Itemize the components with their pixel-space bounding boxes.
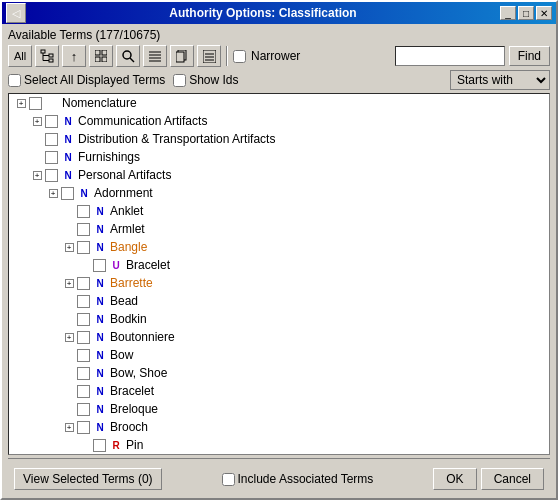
item-checkbox[interactable]: [93, 439, 106, 452]
maximize-button[interactable]: □: [518, 6, 534, 20]
tree-row[interactable]: NArmlet: [9, 220, 549, 238]
tree-row[interactable]: NBodkin: [9, 310, 549, 328]
tree-row[interactable]: NBow, Shoe: [9, 364, 549, 382]
show-ids-label[interactable]: Show Ids: [173, 73, 238, 87]
tree-row[interactable]: RPin: [9, 436, 549, 454]
main-window: ◁ Authority Options: Classification _ □ …: [0, 0, 558, 500]
item-checkbox[interactable]: [45, 151, 58, 164]
ok-button[interactable]: OK: [433, 468, 476, 490]
cancel-button[interactable]: Cancel: [481, 468, 544, 490]
item-checkbox[interactable]: [77, 367, 90, 380]
item-checkbox[interactable]: [77, 421, 90, 434]
grid-button[interactable]: [89, 45, 113, 67]
expander-icon[interactable]: +: [29, 167, 45, 183]
expander-spacer: [29, 131, 45, 147]
tree-row[interactable]: +Nomenclature: [9, 94, 549, 112]
tree-row[interactable]: NBead: [9, 292, 549, 310]
tree-row[interactable]: +NBrooch: [9, 418, 549, 436]
list-button[interactable]: [143, 45, 167, 67]
item-checkbox[interactable]: [77, 349, 90, 362]
copy-button[interactable]: [170, 45, 194, 67]
find-button[interactable]: Find: [509, 46, 550, 66]
title-bar: ◁ Authority Options: Classification _ □ …: [2, 2, 556, 24]
tree-row[interactable]: +NCommunication Artifacts: [9, 112, 549, 130]
item-checkbox[interactable]: [45, 133, 58, 146]
item-checkbox[interactable]: [93, 259, 106, 272]
item-checkbox[interactable]: [77, 241, 90, 254]
close-button[interactable]: ✕: [536, 6, 552, 20]
search-button[interactable]: [116, 45, 140, 67]
item-checkbox[interactable]: [61, 187, 74, 200]
item-badge: N: [93, 240, 107, 254]
all-button[interactable]: All: [8, 45, 32, 67]
expander-icon[interactable]: +: [61, 275, 77, 291]
item-label: Barrette: [110, 276, 153, 290]
item-label: Furnishings: [78, 150, 140, 164]
item-badge: U: [109, 258, 123, 272]
item-checkbox[interactable]: [77, 331, 90, 344]
expander-icon[interactable]: +: [61, 419, 77, 435]
tree-row[interactable]: NFurnishings: [9, 148, 549, 166]
include-associated-label[interactable]: Include Associated Terms: [222, 472, 374, 486]
item-label: Anklet: [110, 204, 143, 218]
item-badge: N: [61, 114, 75, 128]
item-badge: N: [93, 348, 107, 362]
item-badge: N: [93, 384, 107, 398]
tree-row[interactable]: UBracelet: [9, 256, 549, 274]
select-all-label[interactable]: Select All Displayed Terms: [8, 73, 165, 87]
item-badge: N: [93, 402, 107, 416]
tree-row[interactable]: +NBarrette: [9, 274, 549, 292]
expander-icon[interactable]: +: [45, 185, 61, 201]
item-label: Bow, Shoe: [110, 366, 167, 380]
view-selected-button[interactable]: View Selected Terms (0): [14, 468, 162, 490]
tree-row[interactable]: +NPersonal Artifacts: [9, 166, 549, 184]
item-checkbox[interactable]: [77, 277, 90, 290]
expander-icon[interactable]: +: [13, 95, 29, 111]
hierarchy-button[interactable]: [35, 45, 59, 67]
expander-spacer: [61, 401, 77, 417]
list-icon: [149, 50, 161, 62]
select-all-checkbox[interactable]: [8, 74, 21, 87]
svg-rect-1: [49, 54, 53, 57]
item-label: Nomenclature: [62, 96, 137, 110]
expander-spacer: [77, 257, 93, 273]
expander-icon[interactable]: +: [61, 239, 77, 255]
tree-row[interactable]: NDistribution & Transportation Artifacts: [9, 130, 549, 148]
extra-button[interactable]: [197, 45, 221, 67]
item-checkbox[interactable]: [77, 403, 90, 416]
tree-row[interactable]: NBracelet: [9, 382, 549, 400]
starts-with-select[interactable]: Starts with: [450, 70, 550, 90]
tree-row[interactable]: NBow: [9, 346, 549, 364]
tree-container[interactable]: +Nomenclature+NCommunication ArtifactsND…: [8, 93, 550, 455]
item-checkbox[interactable]: [77, 313, 90, 326]
expander-icon[interactable]: +: [61, 329, 77, 345]
item-checkbox[interactable]: [77, 205, 90, 218]
narrower-checkbox[interactable]: [233, 50, 246, 63]
expander-spacer: [61, 347, 77, 363]
item-checkbox[interactable]: [29, 97, 42, 110]
item-checkbox[interactable]: [77, 385, 90, 398]
up-button[interactable]: ↑: [62, 45, 86, 67]
tree-row[interactable]: NAnklet: [9, 202, 549, 220]
show-ids-checkbox[interactable]: [173, 74, 186, 87]
tree-row[interactable]: +NCameo: [9, 454, 549, 455]
divider: [8, 458, 550, 459]
narrower-label: Narrower: [251, 49, 300, 63]
search-input[interactable]: [395, 46, 505, 66]
item-badge: N: [93, 276, 107, 290]
item-checkbox[interactable]: [77, 223, 90, 236]
back-button[interactable]: ◁: [6, 3, 26, 23]
item-badge: R: [109, 438, 123, 452]
item-checkbox[interactable]: [45, 169, 58, 182]
item-label: Bangle: [110, 240, 147, 254]
include-associated-checkbox[interactable]: [222, 473, 235, 486]
expander-icon[interactable]: +: [29, 113, 45, 129]
tree-row[interactable]: +NBangle: [9, 238, 549, 256]
copy-icon: [176, 50, 188, 63]
tree-row[interactable]: +NAdornment: [9, 184, 549, 202]
tree-row[interactable]: +NBoutonniere: [9, 328, 549, 346]
tree-row[interactable]: NBreloque: [9, 400, 549, 418]
item-checkbox[interactable]: [45, 115, 58, 128]
item-checkbox[interactable]: [77, 295, 90, 308]
minimize-button[interactable]: _: [500, 6, 516, 20]
